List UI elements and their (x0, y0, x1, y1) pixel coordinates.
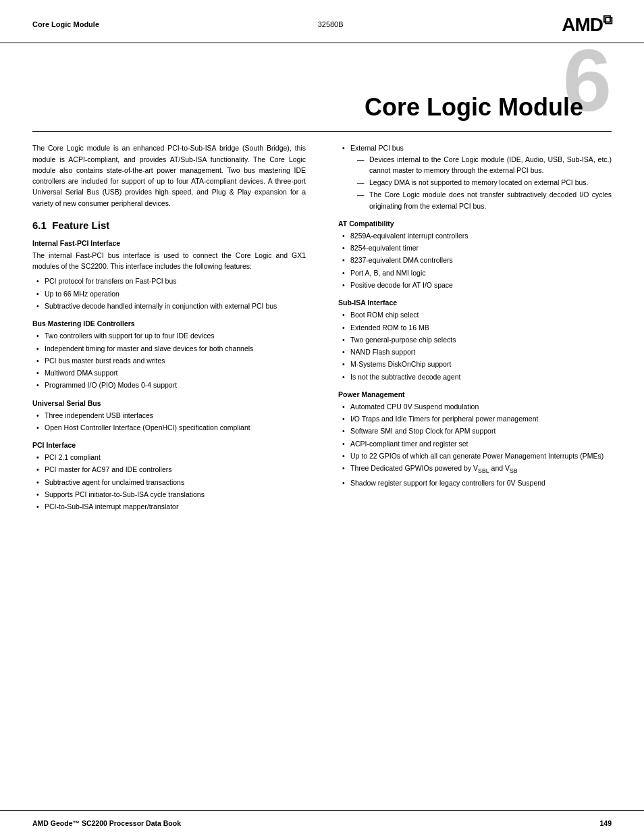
list-item: Up to 22 GPIOs of which all can generate… (338, 450, 612, 461)
subsection-heading-power-management: Power Management (338, 390, 612, 398)
bullet-list-at-compatibility: 8259A-equivalent interrupt controllers 8… (338, 230, 612, 290)
main-content: The Core Logic module is an enhanced PCI… (0, 132, 644, 516)
list-item: Legacy DMA is not supported to memory lo… (357, 177, 612, 188)
list-item: Up to 66 MHz operation (32, 288, 306, 299)
list-item: ACPI-compliant timer and register set (338, 438, 612, 449)
list-item: The Core Logic module does not transfer … (357, 189, 612, 211)
bullet-list-pci-interface: PCI 2.1 compliant PCI master for AC97 an… (32, 452, 306, 512)
subsection-heading-usb: Universal Serial Bus (32, 399, 306, 407)
list-item: Multiword DMA support (32, 367, 306, 378)
list-item: Two controllers with support for up to f… (32, 330, 306, 341)
left-column: The Core Logic module is an enhanced PCI… (32, 142, 322, 516)
list-item: Two general-purpose chip selects (338, 334, 612, 345)
subsection-heading-internal-fast-pci: Internal Fast-PCI Interface (32, 239, 306, 247)
footer-title: AMD Geode™ SC2200 Processor Data Book (32, 819, 181, 827)
list-item: Extended ROM to 16 MB (338, 322, 612, 333)
list-item: PCI master for AC97 and IDE controllers (32, 464, 306, 475)
subsection-usb: Universal Serial Bus Three independent U… (32, 399, 306, 434)
subsection-sub-isa: Sub-ISA Interface Boot ROM chip select E… (338, 298, 612, 382)
list-item: Three Dedicated GPWIOs powered by VSBL a… (338, 463, 612, 476)
list-item: Programmed I/O (PIO) Modes 0-4 support (32, 380, 306, 390)
bullet-list-bus-mastering-ide: Two controllers with support for up to f… (32, 330, 306, 390)
list-item: Three independent USB interfaces (32, 410, 306, 421)
bullet-list-internal-fast-pci: PCI protocol for transfers on Fast-PCI b… (32, 276, 306, 311)
chapter-banner: 6 Core Logic Module (0, 43, 644, 131)
list-item: Subtractive agent for unclaimed transact… (32, 477, 306, 488)
list-item: M-Systems DiskOnChip support (338, 359, 612, 369)
page-header: Core Logic Module 32580B AMD⧉ (0, 0, 644, 43)
subsection-internal-fast-pci: Internal Fast-PCI Interface The internal… (32, 239, 306, 311)
list-item: Open Host Controller Interface (OpenHCI)… (32, 422, 306, 433)
bullet-list-power-management: Automated CPU 0V Suspend modulation I/O … (338, 401, 612, 488)
list-item: PCI-to-Sub-ISA interrupt mapper/translat… (32, 501, 306, 512)
list-item: Devices internal to the Core Logic modul… (357, 154, 612, 176)
bullet-list-sub-isa: Boot ROM chip select Extended ROM to 16 … (338, 309, 612, 382)
list-item: I/O Traps and Idle Timers for peripheral… (338, 413, 612, 424)
header-title: Core Logic Module (32, 20, 99, 28)
bullet-list-external-pci-header: External PCI bus Devices internal to the… (338, 142, 612, 211)
subsection-heading-sub-isa: Sub-ISA Interface (338, 298, 612, 307)
subsection-heading-pci-interface: PCI Interface (32, 441, 306, 449)
list-item: Positive decode for AT I/O space (338, 280, 612, 290)
list-item: 8254-equivalent timer (338, 242, 612, 253)
subsection-pci-interface: PCI Interface PCI 2.1 compliant PCI mast… (32, 441, 306, 512)
subsection-bus-mastering-ide: Bus Mastering IDE Controllers Two contro… (32, 319, 306, 390)
subsection-at-compatibility: AT Compatibility 8259A-equivalent interr… (338, 219, 612, 290)
list-item: 8237-equivalent DMA controllers (338, 255, 612, 265)
subsection-heading-at-compatibility: AT Compatibility (338, 219, 612, 228)
page: Core Logic Module 32580B AMD⧉ 6 Core Log… (0, 0, 644, 834)
right-column: External PCI bus Devices internal to the… (322, 142, 612, 516)
footer-page-number: 149 (599, 819, 612, 827)
list-item: PCI 2.1 compliant (32, 452, 306, 463)
list-item: Boot ROM chip select (338, 309, 612, 320)
subsection-power-management: Power Management Automated CPU 0V Suspen… (338, 390, 612, 488)
list-item: PCI bus master burst reads and writes (32, 355, 306, 366)
list-item: External PCI bus Devices internal to the… (338, 142, 612, 211)
page-footer: AMD Geode™ SC2200 Processor Data Book 14… (0, 810, 644, 834)
subsection-heading-bus-mastering-ide: Bus Mastering IDE Controllers (32, 319, 306, 328)
list-item: 8259A-equivalent interrupt controllers (338, 230, 612, 241)
list-item: PCI protocol for transfers on Fast-PCI b… (32, 276, 306, 286)
list-item: Independent timing for master and slave … (32, 343, 306, 354)
chapter-title: Core Logic Module (365, 93, 583, 122)
header-doc-number: 32580B (318, 20, 344, 28)
subsection-external-pci: External PCI bus Devices internal to the… (338, 142, 612, 211)
list-item: Subtractive decode handled internally in… (32, 301, 306, 311)
list-item: Is not the subtractive decode agent (338, 371, 612, 382)
list-item: Automated CPU 0V Suspend modulation (338, 401, 612, 412)
list-item: Shadow register support for legacy contr… (338, 477, 612, 488)
bullet-list-usb: Three independent USB interfaces Open Ho… (32, 410, 306, 434)
subsection-para-internal-fast-pci: The internal Fast-PCI bus interface is u… (32, 250, 306, 272)
dash-list-external-pci: Devices internal to the Core Logic modul… (357, 154, 612, 211)
list-item: Port A, B, and NMI logic (338, 267, 612, 278)
list-item: Software SMI and Stop Clock for APM supp… (338, 425, 612, 436)
intro-paragraph: The Core Logic module is an enhanced PCI… (32, 142, 306, 209)
list-item: NAND Flash support (338, 346, 612, 357)
section-heading: 6.1 Feature List (32, 219, 306, 231)
list-item: Supports PCI initiator-to-Sub-ISA cycle … (32, 489, 306, 500)
